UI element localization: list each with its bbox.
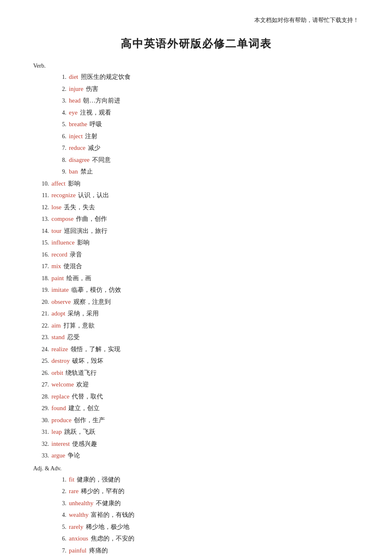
english-word: tour bbox=[51, 226, 61, 237]
chinese-meaning: 照医生的规定饮食 bbox=[81, 72, 131, 83]
item-number: 32. bbox=[33, 439, 49, 449]
adj-word-list: 1.fit健康的，强健的2.rare稀少的，罕有的3.unhealthy不健康的… bbox=[33, 474, 359, 555]
chinese-meaning: 建立，创立 bbox=[68, 403, 100, 414]
english-word: recognize bbox=[51, 190, 75, 201]
top-note: 本文档如对你有帮助，请帮忙下载支持！ bbox=[33, 17, 359, 24]
english-word: anxious bbox=[69, 533, 88, 544]
item-number: 17. bbox=[33, 262, 49, 271]
chinese-meaning: 禁止 bbox=[80, 166, 93, 177]
chinese-meaning: 破坏，毁坏 bbox=[72, 356, 103, 367]
english-word: replace bbox=[51, 391, 69, 402]
item-number: 10. bbox=[33, 179, 49, 189]
item-number: 11. bbox=[33, 191, 49, 200]
item-number: 9. bbox=[33, 167, 66, 177]
chinese-meaning: 作曲，创作 bbox=[76, 214, 107, 225]
chinese-meaning: 争论 bbox=[68, 450, 80, 461]
verb-list-item: 1.diet照医生的规定饮食 bbox=[33, 72, 359, 83]
english-word: diet bbox=[69, 72, 78, 83]
chinese-meaning: 注射 bbox=[85, 131, 97, 142]
english-word: observe bbox=[51, 297, 71, 308]
chinese-meaning: 影响 bbox=[68, 178, 80, 189]
chinese-meaning: 减少 bbox=[88, 143, 100, 154]
item-number: 4. bbox=[33, 510, 66, 520]
chinese-meaning: 忍受 bbox=[67, 332, 80, 343]
item-number: 26. bbox=[33, 368, 49, 378]
verb-list-item: 10.affect影响 bbox=[33, 178, 359, 189]
item-number: 22. bbox=[33, 321, 49, 331]
english-word: injure bbox=[69, 84, 83, 95]
verb-list-item: 17.mix使混合 bbox=[33, 261, 359, 272]
english-word: rarely bbox=[69, 522, 83, 533]
item-number: 2. bbox=[33, 487, 66, 496]
english-word: affect bbox=[51, 178, 66, 189]
item-number: 12. bbox=[33, 203, 49, 213]
item-number: 13. bbox=[33, 214, 49, 224]
item-number: 33. bbox=[33, 451, 49, 461]
chinese-meaning: 朝…方向前进 bbox=[83, 95, 120, 106]
verb-section-label: Verb. bbox=[33, 63, 359, 69]
adj-list-item: 1.fit健康的，强健的 bbox=[33, 474, 359, 485]
item-number: 15. bbox=[33, 238, 49, 248]
english-word: ban bbox=[69, 166, 78, 177]
english-word: reduce bbox=[69, 143, 85, 154]
adj-list-item: 4.wealthy富裕的，有钱的 bbox=[33, 510, 359, 521]
english-word: orbit bbox=[51, 368, 63, 379]
adj-list-item: 2.rare稀少的，罕有的 bbox=[33, 486, 359, 497]
verb-list-item: 6.inject注射 bbox=[33, 131, 359, 142]
verb-list-item: 14.tour巡回演出，旅行 bbox=[33, 226, 359, 237]
verb-list-item: 32.interest使感兴趣 bbox=[33, 439, 359, 450]
item-number: 19. bbox=[33, 285, 49, 295]
chinese-meaning: 丢失，失去 bbox=[64, 202, 95, 213]
item-number: 24. bbox=[33, 345, 49, 355]
item-number: 29. bbox=[33, 403, 49, 413]
english-word: produce bbox=[51, 415, 71, 426]
verb-list-item: 23.stand忍受 bbox=[33, 332, 359, 343]
adj-list-item: 7.painful疼痛的 bbox=[33, 545, 359, 555]
item-number: 5. bbox=[33, 120, 66, 130]
verb-list-item: 30.produce创作，生产 bbox=[33, 415, 359, 426]
item-number: 27. bbox=[33, 380, 49, 390]
verb-list-item: 11.recognize认识，认出 bbox=[33, 190, 359, 201]
english-word: argue bbox=[51, 450, 65, 461]
chinese-meaning: 临摹，模仿，仿效 bbox=[71, 285, 121, 296]
english-word: found bbox=[51, 403, 66, 414]
chinese-meaning: 绕轨道飞行 bbox=[66, 368, 97, 379]
verb-list-item: 20.observe观察，注意到 bbox=[33, 297, 359, 308]
verb-list-item: 19.imitate临摹，模仿，仿效 bbox=[33, 285, 359, 296]
chinese-meaning: 注视，观看 bbox=[80, 108, 111, 118]
chinese-meaning: 疼痛的 bbox=[89, 545, 108, 555]
item-number: 3. bbox=[33, 96, 66, 106]
english-word: realize bbox=[51, 344, 68, 355]
chinese-meaning: 使混合 bbox=[63, 261, 82, 272]
adj-section-label: Adj. & Adv. bbox=[33, 465, 359, 472]
chinese-meaning: 领悟，了解，实现 bbox=[71, 344, 120, 355]
item-number: 4. bbox=[33, 108, 66, 118]
chinese-meaning: 富裕的，有钱的 bbox=[91, 510, 134, 521]
english-word: fit bbox=[69, 474, 74, 485]
item-number: 3. bbox=[33, 499, 66, 509]
english-word: adopt bbox=[51, 308, 65, 319]
english-word: painful bbox=[69, 545, 87, 555]
item-number: 1. bbox=[33, 72, 66, 82]
page-title: 高中英语外研版必修二单词表 bbox=[33, 37, 359, 51]
verb-list-item: 21.adopt采纳，采用 bbox=[33, 308, 359, 319]
english-word: mix bbox=[51, 261, 61, 272]
verb-list-item: 12.lose丢失，失去 bbox=[33, 202, 359, 213]
chinese-meaning: 使感兴趣 bbox=[72, 439, 97, 450]
english-word: disagree bbox=[69, 155, 90, 166]
verb-list-item: 8.disagree不同意 bbox=[33, 155, 359, 166]
verb-list-item: 9.ban禁止 bbox=[33, 166, 359, 177]
chinese-meaning: 创作，生产 bbox=[74, 415, 105, 426]
chinese-meaning: 代替，取代 bbox=[72, 391, 103, 402]
item-number: 7. bbox=[33, 546, 66, 555]
verb-list-item: 15.influence影响 bbox=[33, 237, 359, 248]
english-word: record bbox=[51, 249, 67, 260]
chinese-meaning: 认识，认出 bbox=[78, 190, 109, 201]
adj-list-item: 5.rarely稀少地，极少地 bbox=[33, 522, 359, 533]
english-word: unhealthy bbox=[69, 498, 93, 509]
verb-list-item: 2.injure伤害 bbox=[33, 84, 359, 95]
item-number: 2. bbox=[33, 84, 66, 94]
chinese-meaning: 欢迎 bbox=[76, 379, 89, 390]
english-word: aim bbox=[51, 320, 61, 331]
english-word: wealthy bbox=[69, 510, 88, 521]
